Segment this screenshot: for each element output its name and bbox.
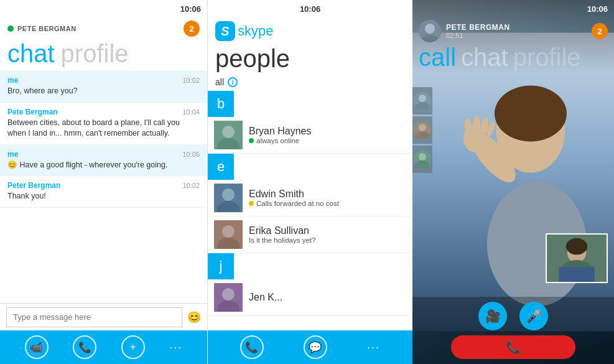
contact-bryan-haynes[interactable]: Bryan Haynes always online	[208, 117, 412, 154]
svg-rect-29	[559, 267, 595, 282]
mute-button[interactable]: 🎤	[519, 302, 548, 330]
chat-header-left: PETE BERGMAN	[7, 25, 77, 32]
more-options[interactable]: ···	[169, 341, 182, 354]
contact-erika-sullivan[interactable]: Erika Sullivan Is it the holidays yet?	[208, 217, 412, 253]
call-caller-name: PETE BERGMAN	[446, 23, 510, 32]
svg-point-31	[419, 95, 426, 102]
alpha-section-b: b Bryan Haynes always online	[208, 91, 412, 154]
self-video-thumbnail	[546, 233, 608, 283]
contact-info: Erika Sullivan Is it the holidays yet?	[249, 225, 406, 244]
chat-contact-name: PETE BERGMAN	[17, 25, 77, 32]
svg-point-19	[473, 116, 480, 134]
self-video-inner	[547, 235, 607, 282]
svg-point-7	[222, 225, 235, 238]
call-time: 10:06	[587, 4, 608, 14]
side-contact[interactable]	[412, 146, 432, 173]
contact-edwin-smith[interactable]: Edwin Smith Calls forwarded at no cost	[208, 180, 412, 217]
microphone-icon: 🎤	[526, 309, 542, 324]
side-contact[interactable]	[412, 116, 432, 144]
call-notification-badge: 2	[592, 23, 608, 39]
add-button[interactable]: +	[121, 335, 145, 359]
message-row: me 10:02 Bro, where are you?	[0, 71, 207, 103]
call-header: PETE BERGMAN 02:51 2	[412, 17, 614, 45]
skype-logo-text: skype	[238, 23, 273, 39]
svg-point-14	[495, 86, 567, 142]
svg-point-34	[419, 124, 426, 131]
call-title-profile[interactable]: profile	[513, 45, 581, 70]
contact-avatar	[214, 220, 243, 249]
call-title-row: call chat profile	[412, 45, 614, 73]
call-header-left: PETE BERGMAN 02:51	[419, 20, 510, 42]
contact-name: Edwin Smith	[249, 189, 406, 200]
contact-avatar	[214, 283, 243, 312]
chat-title-row: chat profile	[0, 40, 207, 71]
add-icon: +	[130, 341, 136, 353]
svg-point-23	[425, 24, 435, 34]
call-overlay: 10:06 PETE BERGMAN 02:51 2	[412, 0, 614, 73]
alpha-section-e: e Edwin Smith Calls forwarded at no cost	[208, 154, 412, 253]
chat-icon: 💬	[309, 341, 322, 354]
chat-status-bar: 10:06	[0, 0, 207, 17]
filter-info-icon[interactable]: i	[228, 77, 238, 87]
people-chat-button[interactable]: 💬	[304, 335, 327, 359]
contact-status: always online	[249, 137, 406, 144]
filter-all-label[interactable]: all	[215, 77, 224, 87]
chat-panel: 10:06 PETE BERGMAN 2 chat profile me 10:…	[0, 0, 207, 364]
phone-call-button[interactable]: 📞	[73, 335, 96, 359]
message-text: 😊 Have a good flight - wherever you're g…	[7, 160, 200, 171]
contact-jen[interactable]: Jen K...	[208, 279, 412, 316]
message-text: Bro, where are you?	[7, 86, 200, 97]
call-controls: 🎥 🎤 📞	[412, 297, 614, 364]
side-contact[interactable]	[412, 87, 432, 114]
people-status-bar: 10:06	[208, 0, 412, 17]
video-call-button[interactable]: 📹	[25, 335, 49, 359]
message-header: me 10:05	[7, 150, 200, 159]
people-more-options[interactable]: ···	[367, 341, 380, 354]
video-toggle-button[interactable]: 🎥	[478, 302, 507, 330]
contact-info: Bryan Haynes always online	[249, 126, 406, 144]
emoji-icon[interactable]: 😊	[187, 310, 201, 324]
chat-input-bar: 😊	[0, 303, 207, 330]
people-title: people	[208, 45, 412, 75]
chat-title-chat[interactable]: chat	[7, 41, 55, 66]
people-header: S skype	[208, 17, 412, 45]
call-end-row: 📞	[412, 335, 614, 359]
contact-name: Bryan Haynes	[249, 126, 406, 137]
message-sender: me	[7, 76, 18, 85]
status-forward-dot	[249, 201, 254, 206]
people-time: 10:06	[300, 4, 320, 14]
message-time: 10:02	[182, 182, 200, 189]
message-header: Peter Bergman 10:02	[7, 181, 200, 190]
message-sender: Pete Bergman	[7, 108, 58, 116]
message-sender: me	[7, 150, 18, 159]
status-online-dot	[249, 138, 254, 143]
video-icon: 📹	[30, 341, 43, 354]
people-bottom-toolbar: 📞 💬 ···	[208, 330, 412, 364]
contact-name: Erika Sullivan	[249, 225, 406, 236]
people-filter-row[interactable]: all i	[208, 75, 412, 91]
alpha-label-e: e	[208, 154, 234, 180]
messages-area: me 10:02 Bro, where are you? Pete Bergma…	[0, 71, 207, 303]
contact-status: Calls forwarded at no cost	[249, 200, 406, 207]
call-title-call[interactable]: call	[419, 45, 456, 70]
contact-avatar	[214, 121, 243, 149]
call-contact-avatar	[419, 20, 441, 42]
chat-title-profile[interactable]: profile	[61, 41, 129, 66]
chat-time: 10:06	[180, 4, 201, 14]
call-title-chat[interactable]: chat	[461, 45, 508, 70]
end-call-button[interactable]: 📞	[451, 335, 575, 359]
message-text: Between cities, about to board a plane, …	[7, 118, 200, 139]
end-call-icon: 📞	[506, 340, 521, 355]
people-phone-button[interactable]: 📞	[240, 335, 264, 359]
skype-logo-icon: S	[215, 21, 235, 41]
skype-logo: S skype	[215, 21, 273, 41]
alpha-label-j: j	[208, 253, 234, 279]
message-row: me 10:05 😊 Have a good flight - wherever…	[0, 145, 207, 177]
contact-info: Jen K...	[249, 292, 406, 303]
message-text: Thank you!	[7, 191, 200, 202]
message-row: Peter Bergman 10:02 Thank you!	[0, 176, 207, 208]
alpha-section-j: j Jen K...	[208, 253, 412, 316]
message-sender: Peter Bergman	[7, 181, 60, 190]
message-input[interactable]	[6, 307, 182, 327]
message-header: me 10:02	[7, 76, 200, 85]
